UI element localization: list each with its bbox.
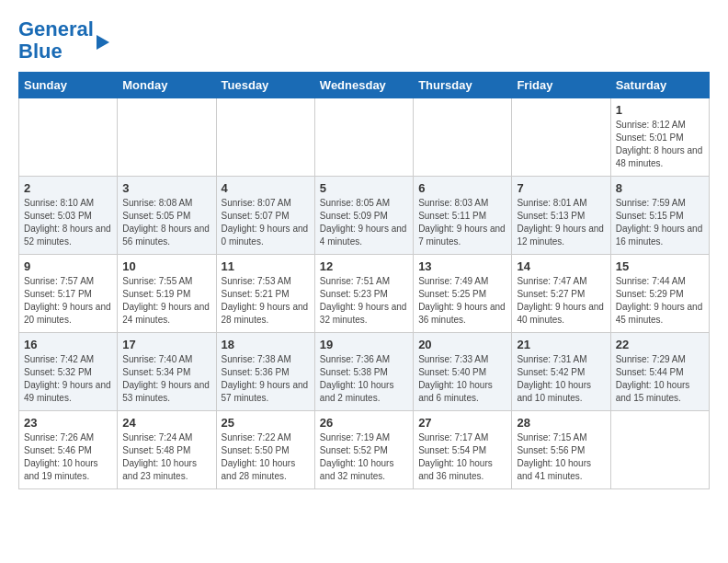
day-info: Sunrise: 8:12 AM Sunset: 5:01 PM Dayligh… <box>616 119 704 170</box>
calendar-day-cell: 26Sunrise: 7:19 AM Sunset: 5:52 PM Dayli… <box>314 411 413 489</box>
calendar-day-cell: 22Sunrise: 7:29 AM Sunset: 5:44 PM Dayli… <box>610 333 709 411</box>
day-info: Sunrise: 7:47 AM Sunset: 5:27 PM Dayligh… <box>517 275 605 327</box>
day-number: 18 <box>222 338 310 351</box>
day-number: 21 <box>517 338 605 351</box>
calendar-week-row: 9Sunrise: 7:57 AM Sunset: 5:17 PM Daylig… <box>19 255 710 333</box>
day-number: 10 <box>122 259 210 273</box>
day-info: Sunrise: 7:53 AM Sunset: 5:21 PM Dayligh… <box>222 275 310 327</box>
calendar-day-cell: 28Sunrise: 7:15 AM Sunset: 5:56 PM Dayli… <box>512 411 610 489</box>
day-number: 5 <box>320 181 408 195</box>
day-number: 22 <box>616 338 704 351</box>
calendar-day-cell: 2Sunrise: 8:10 AM Sunset: 5:03 PM Daylig… <box>19 177 118 255</box>
calendar-day-cell: 11Sunrise: 7:53 AM Sunset: 5:21 PM Dayli… <box>216 255 314 333</box>
day-number: 1 <box>616 103 704 117</box>
calendar-header-row: SundayMondayTuesdayWednesdayThursdayFrid… <box>19 73 710 98</box>
logo-text: General <box>18 18 94 40</box>
weekday-header: Monday <box>118 73 216 98</box>
calendar-table: SundayMondayTuesdayWednesdayThursdayFrid… <box>18 72 710 489</box>
calendar-day-cell: 18Sunrise: 7:38 AM Sunset: 5:36 PM Dayli… <box>216 333 314 411</box>
calendar-day-cell: 10Sunrise: 7:55 AM Sunset: 5:19 PM Dayli… <box>118 255 216 333</box>
calendar-day-cell: 19Sunrise: 7:36 AM Sunset: 5:38 PM Dayli… <box>314 333 413 411</box>
calendar-day-cell: 23Sunrise: 7:26 AM Sunset: 5:46 PM Dayli… <box>19 411 118 489</box>
day-info: Sunrise: 7:29 AM Sunset: 5:44 PM Dayligh… <box>616 353 704 405</box>
day-number: 6 <box>418 181 506 195</box>
calendar-week-row: 2Sunrise: 8:10 AM Sunset: 5:03 PM Daylig… <box>19 177 710 255</box>
day-number: 4 <box>222 181 310 195</box>
logo-arrow-icon <box>97 35 109 50</box>
calendar-day-cell: 13Sunrise: 7:49 AM Sunset: 5:25 PM Dayli… <box>414 255 512 333</box>
calendar-day-cell: 16Sunrise: 7:42 AM Sunset: 5:32 PM Dayli… <box>19 333 118 411</box>
day-info: Sunrise: 7:57 AM Sunset: 5:17 PM Dayligh… <box>24 275 112 327</box>
calendar-day-cell: 9Sunrise: 7:57 AM Sunset: 5:17 PM Daylig… <box>19 255 118 333</box>
calendar-day-cell: 27Sunrise: 7:17 AM Sunset: 5:54 PM Dayli… <box>414 411 512 489</box>
day-number: 28 <box>517 416 605 430</box>
calendar-day-cell: 21Sunrise: 7:31 AM Sunset: 5:42 PM Dayli… <box>512 333 610 411</box>
calendar-day-cell <box>512 98 610 177</box>
day-info: Sunrise: 7:51 AM Sunset: 5:23 PM Dayligh… <box>320 275 408 327</box>
day-info: Sunrise: 7:44 AM Sunset: 5:29 PM Dayligh… <box>616 275 704 327</box>
day-number: 11 <box>222 259 310 273</box>
day-info: Sunrise: 8:08 AM Sunset: 5:05 PM Dayligh… <box>122 197 210 248</box>
day-number: 8 <box>616 181 704 195</box>
day-number: 17 <box>122 338 210 351</box>
calendar-day-cell: 3Sunrise: 8:08 AM Sunset: 5:05 PM Daylig… <box>118 177 216 255</box>
logo-text2: Blue <box>18 40 94 63</box>
calendar-day-cell: 8Sunrise: 7:59 AM Sunset: 5:15 PM Daylig… <box>610 177 709 255</box>
calendar-week-row: 23Sunrise: 7:26 AM Sunset: 5:46 PM Dayli… <box>19 411 710 489</box>
day-info: Sunrise: 7:38 AM Sunset: 5:36 PM Dayligh… <box>222 353 310 405</box>
calendar-day-cell: 7Sunrise: 8:01 AM Sunset: 5:13 PM Daylig… <box>512 177 610 255</box>
day-number: 27 <box>418 416 506 430</box>
day-info: Sunrise: 8:03 AM Sunset: 5:11 PM Dayligh… <box>418 197 506 248</box>
day-number: 23 <box>24 416 112 430</box>
calendar-day-cell <box>19 98 118 177</box>
calendar-day-cell: 17Sunrise: 7:40 AM Sunset: 5:34 PM Dayli… <box>118 333 216 411</box>
day-number: 20 <box>418 338 506 351</box>
weekday-header: Tuesday <box>216 73 314 98</box>
weekday-header: Sunday <box>19 73 118 98</box>
day-info: Sunrise: 7:24 AM Sunset: 5:48 PM Dayligh… <box>122 431 210 483</box>
calendar-day-cell <box>414 98 512 177</box>
day-number: 2 <box>24 181 112 195</box>
day-info: Sunrise: 7:33 AM Sunset: 5:40 PM Dayligh… <box>418 353 506 405</box>
day-number: 25 <box>222 416 310 430</box>
day-number: 12 <box>320 259 408 273</box>
page-header: General Blue <box>18 18 710 63</box>
day-info: Sunrise: 7:42 AM Sunset: 5:32 PM Dayligh… <box>24 353 112 405</box>
calendar-day-cell: 15Sunrise: 7:44 AM Sunset: 5:29 PM Dayli… <box>610 255 709 333</box>
day-number: 15 <box>616 259 704 273</box>
day-info: Sunrise: 7:17 AM Sunset: 5:54 PM Dayligh… <box>418 431 506 483</box>
weekday-header: Wednesday <box>314 73 413 98</box>
calendar-day-cell: 14Sunrise: 7:47 AM Sunset: 5:27 PM Dayli… <box>512 255 610 333</box>
day-info: Sunrise: 8:10 AM Sunset: 5:03 PM Dayligh… <box>24 197 112 248</box>
calendar-day-cell: 25Sunrise: 7:22 AM Sunset: 5:50 PM Dayli… <box>216 411 314 489</box>
calendar-day-cell: 20Sunrise: 7:33 AM Sunset: 5:40 PM Dayli… <box>414 333 512 411</box>
day-info: Sunrise: 7:49 AM Sunset: 5:25 PM Dayligh… <box>418 275 506 327</box>
day-number: 26 <box>320 416 408 430</box>
day-info: Sunrise: 7:59 AM Sunset: 5:15 PM Dayligh… <box>616 197 704 248</box>
day-number: 24 <box>122 416 210 430</box>
weekday-header: Friday <box>512 73 610 98</box>
calendar-day-cell <box>118 98 216 177</box>
calendar-day-cell <box>314 98 413 177</box>
calendar-week-row: 16Sunrise: 7:42 AM Sunset: 5:32 PM Dayli… <box>19 333 710 411</box>
logo: General Blue <box>18 18 109 63</box>
day-info: Sunrise: 7:55 AM Sunset: 5:19 PM Dayligh… <box>122 275 210 327</box>
calendar-day-cell: 12Sunrise: 7:51 AM Sunset: 5:23 PM Dayli… <box>314 255 413 333</box>
day-number: 13 <box>418 259 506 273</box>
calendar-day-cell: 24Sunrise: 7:24 AM Sunset: 5:48 PM Dayli… <box>118 411 216 489</box>
day-info: Sunrise: 7:22 AM Sunset: 5:50 PM Dayligh… <box>222 431 310 483</box>
day-number: 3 <box>122 181 210 195</box>
day-number: 7 <box>517 181 605 195</box>
day-info: Sunrise: 8:01 AM Sunset: 5:13 PM Dayligh… <box>517 197 605 248</box>
calendar-week-row: 1Sunrise: 8:12 AM Sunset: 5:01 PM Daylig… <box>19 98 710 177</box>
calendar-day-cell <box>216 98 314 177</box>
day-number: 9 <box>24 259 112 273</box>
day-info: Sunrise: 8:05 AM Sunset: 5:09 PM Dayligh… <box>320 197 408 248</box>
day-info: Sunrise: 8:07 AM Sunset: 5:07 PM Dayligh… <box>222 197 310 248</box>
calendar-day-cell: 6Sunrise: 8:03 AM Sunset: 5:11 PM Daylig… <box>414 177 512 255</box>
weekday-header: Thursday <box>414 73 512 98</box>
calendar-day-cell: 5Sunrise: 8:05 AM Sunset: 5:09 PM Daylig… <box>314 177 413 255</box>
day-number: 16 <box>24 338 112 351</box>
calendar-day-cell <box>610 411 709 489</box>
day-info: Sunrise: 7:40 AM Sunset: 5:34 PM Dayligh… <box>122 353 210 405</box>
